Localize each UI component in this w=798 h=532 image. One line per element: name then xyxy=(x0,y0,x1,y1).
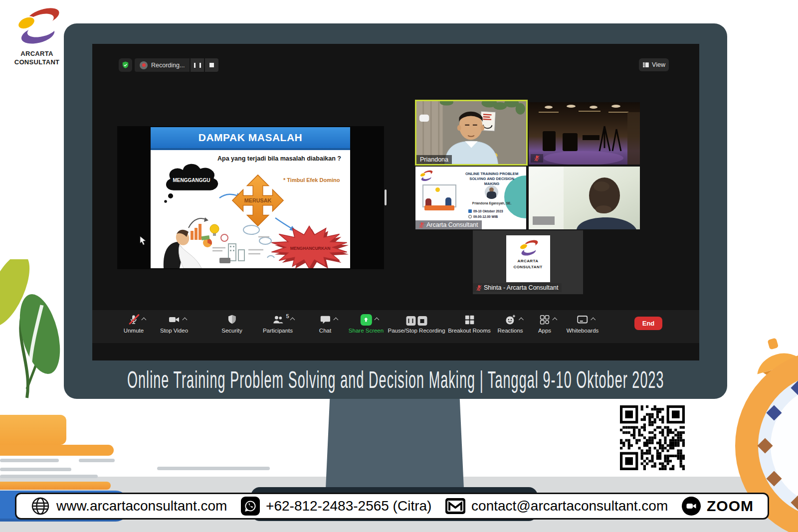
stop-video-label: Stop Video xyxy=(160,328,188,334)
whiteboard-icon xyxy=(577,314,589,326)
platform-item: ZOOM xyxy=(682,497,754,516)
poster-speaker-name: Priandona Egansyah, SE. xyxy=(461,201,522,205)
poster-speaker-photo xyxy=(485,185,498,199)
arcarta-logo-card: ARCARTA CONSULTANT xyxy=(506,235,550,282)
poster-bulb-illustration xyxy=(435,187,440,192)
meeting-info-button[interactable] xyxy=(119,58,132,72)
poster-person-illustration xyxy=(445,197,451,206)
participants-button[interactable]: 5 Participants xyxy=(263,314,293,334)
recording-dot-icon xyxy=(140,61,148,69)
chevron-up-icon[interactable] xyxy=(519,317,524,322)
participant-name-label: Shinta - Arcarta Consultant xyxy=(473,283,562,292)
encryption-shield-icon xyxy=(121,61,130,69)
video-tile-shinta[interactable]: ARCARTA CONSULTANT Shinta - Arcarta Cons… xyxy=(473,230,583,294)
zoom-camera-icon xyxy=(682,497,701,516)
pause-stop-recording-button[interactable]: Pause/Stop Recording xyxy=(388,314,445,334)
poster-time-row: 09.00-12.00 WIB xyxy=(468,215,498,218)
apps-icon xyxy=(539,314,550,326)
starburst-shape: MENGHANCURKAN xyxy=(270,225,350,268)
svg-text:MERUSAK: MERUSAK xyxy=(244,197,272,203)
whiteboards-button[interactable]: Whiteboards xyxy=(567,314,599,334)
chevron-up-icon[interactable] xyxy=(553,317,558,322)
whatsapp-icon xyxy=(241,497,260,516)
arcarta-logo: ARCARTA CONSULTANT xyxy=(7,4,67,67)
chevron-up-icon[interactable] xyxy=(142,317,147,322)
chat-label: Chat xyxy=(319,328,331,334)
monitor-caption: Online Training Problem Solving and Deci… xyxy=(64,360,727,399)
mic-muted-icon xyxy=(419,222,424,228)
poster-date-row: 09-10 Oktober 2023 xyxy=(468,209,503,213)
view-button[interactable]: View xyxy=(639,58,669,71)
video-camera-icon xyxy=(168,314,180,326)
reactions-button[interactable]: Reactions xyxy=(497,314,523,334)
chevron-up-icon[interactable] xyxy=(375,317,379,322)
reactions-label: Reactions xyxy=(497,328,523,334)
chevron-up-icon[interactable] xyxy=(183,317,188,322)
room-video xyxy=(529,102,640,165)
breakout-rooms-button[interactable]: Breakout Rooms xyxy=(448,314,491,334)
chevron-up-icon[interactable] xyxy=(291,317,295,322)
chevron-up-icon[interactable] xyxy=(592,317,596,322)
monitor-frame: Recording... View DAMPAK MASALAH Apa yan… xyxy=(64,23,727,399)
poster-title: ONLINE TRAINING PROBLEM SOLVING AND DECI… xyxy=(461,172,522,186)
stop-recording-icon xyxy=(417,316,427,326)
plant-decoration xyxy=(0,259,74,404)
participant-name-label: Priandona xyxy=(416,155,452,164)
participant-name-label: Arcarta Consultant xyxy=(415,220,482,229)
gallery-view-icon xyxy=(642,61,649,68)
recording-status: Recording... xyxy=(135,58,190,72)
email-item: contact@arcartaconsultant.com xyxy=(445,498,668,514)
breakout-rooms-label: Breakout Rooms xyxy=(448,328,491,334)
chevron-up-icon[interactable] xyxy=(334,317,338,322)
book-spine-orange xyxy=(0,445,114,456)
video-tile-arcarta-poster[interactable]: ONLINE TRAINING PROBLEM SOLVING AND DECI… xyxy=(415,167,526,229)
svg-text:MENGHANCURKAN: MENGHANCURKAN xyxy=(290,246,331,251)
pause-recording-icon xyxy=(406,316,415,326)
mic-muted-icon xyxy=(476,285,482,291)
pause-recording-button[interactable] xyxy=(191,58,204,72)
book-pages xyxy=(0,459,59,462)
participants-label: Participants xyxy=(263,328,293,334)
smiley-icon xyxy=(504,314,516,326)
poster-table-illustration xyxy=(424,205,454,210)
video-tile-priandona[interactable]: Priandona xyxy=(415,100,528,166)
slide-title: DAMPAK MASALAH xyxy=(199,132,302,144)
pause-stop-recording-label: Pause/Stop Recording xyxy=(388,328,445,334)
arcarta-logo-icon xyxy=(418,169,433,183)
zoom-toolbar: Unmute Stop Video xyxy=(92,310,699,343)
video-tile-attendee[interactable] xyxy=(529,167,640,229)
chat-button[interactable]: Chat xyxy=(319,314,331,334)
slide-note: * Timbul Efek Domino xyxy=(283,177,343,183)
whiteboards-label: Whiteboards xyxy=(567,328,599,334)
security-button[interactable]: Security xyxy=(221,314,242,334)
unmute-button[interactable]: Unmute xyxy=(124,314,144,334)
stop-recording-button[interactable] xyxy=(205,58,218,72)
share-screen-label: Share Screen xyxy=(349,328,384,334)
poster-date: 09-10 Oktober 2023 xyxy=(473,209,503,213)
brand-line1: ARCARTA xyxy=(518,258,539,264)
scrollbar-thumb[interactable] xyxy=(385,189,387,205)
stop-video-button[interactable]: Stop Video xyxy=(160,314,188,334)
book-pages xyxy=(0,475,98,478)
book-spine-orange xyxy=(0,482,111,490)
apps-button[interactable]: Apps xyxy=(538,314,551,334)
globe-icon xyxy=(30,496,50,516)
share-screen-button[interactable]: Share Screen xyxy=(349,314,384,334)
pause-icon xyxy=(194,63,201,68)
zoom-meeting-window: Recording... View DAMPAK MASALAH Apa yan… xyxy=(92,44,699,360)
mouse-cursor xyxy=(140,236,147,245)
platform-text: ZOOM xyxy=(707,498,754,515)
chat-bubble-icon xyxy=(319,314,331,326)
participant-name-label xyxy=(533,216,555,225)
brand-line2: CONSULTANT xyxy=(7,58,67,67)
video-tile-training-room[interactable] xyxy=(529,102,640,165)
arcarta-logo-icon xyxy=(11,4,63,48)
book-pages xyxy=(157,467,270,470)
recording-indicator: Recording... xyxy=(135,58,218,72)
end-meeting-button[interactable]: End xyxy=(634,317,662,330)
svg-text:MENGGANGGU: MENGGANGGU xyxy=(173,177,210,183)
clock-icon xyxy=(468,215,472,218)
poster-time: 09.00-12.00 WIB xyxy=(473,215,498,218)
arcarta-logo-icon xyxy=(517,238,540,258)
share-screen-icon xyxy=(360,314,372,326)
